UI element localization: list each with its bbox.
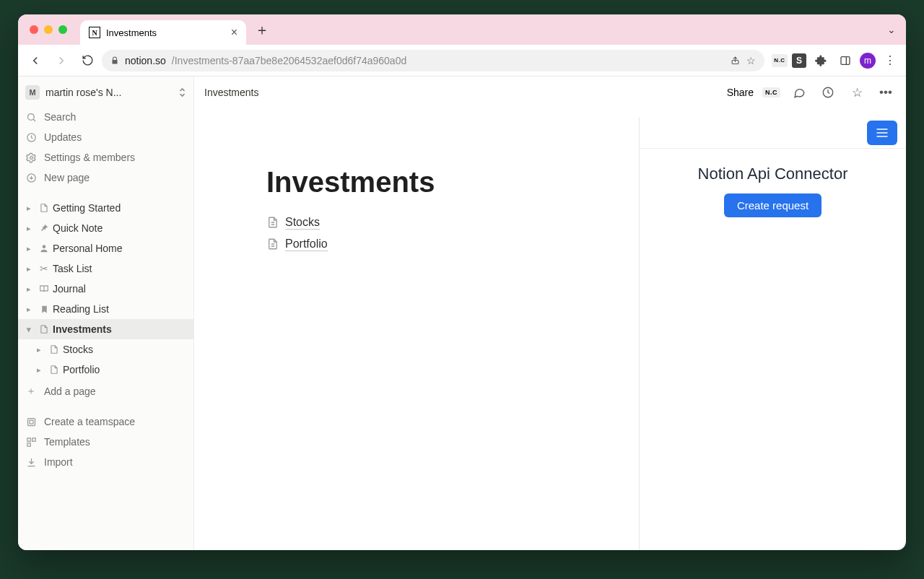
- page-stocks[interactable]: ▸ Stocks: [18, 339, 193, 360]
- subpage-link-stocks[interactable]: Stocks: [266, 212, 639, 233]
- close-tab-icon[interactable]: ×: [231, 26, 237, 39]
- reload-button[interactable]: [76, 49, 99, 72]
- doc-icon: [47, 344, 61, 354]
- svg-rect-10: [32, 437, 35, 440]
- page-label: Quick Note: [53, 222, 189, 234]
- svg-rect-1: [841, 56, 850, 64]
- sidebar-new-page[interactable]: New page: [18, 167, 193, 188]
- teamspace-icon: [25, 416, 37, 427]
- profile-avatar[interactable]: m: [860, 53, 876, 69]
- import[interactable]: Import: [18, 452, 193, 472]
- chevron-right-icon[interactable]: ▸: [32, 365, 45, 375]
- sidebar-bottom: Create a teamspace Templates Import: [18, 412, 193, 472]
- side-panel-icon[interactable]: [835, 51, 855, 71]
- page-task-list[interactable]: ▸ ✂ Task List: [18, 258, 193, 279]
- doc-icon: [37, 203, 51, 213]
- create-request-button[interactable]: Create request: [724, 193, 821, 217]
- share-page-icon[interactable]: [730, 55, 741, 66]
- templates[interactable]: Templates: [18, 432, 193, 452]
- share-button[interactable]: Share: [727, 87, 754, 98]
- nac-badge-icon[interactable]: N.C: [762, 87, 780, 97]
- page-topbar: Investments Share N.C ☆ •••: [194, 77, 906, 108]
- window-controls: [30, 25, 67, 34]
- browser-extensions: N.C S m ⋮: [772, 51, 900, 71]
- page-label: Reading List: [53, 303, 189, 315]
- scissors-icon: ✂: [37, 263, 51, 274]
- page-reading-list[interactable]: ▸ Reading List: [18, 299, 193, 319]
- workspace-switcher[interactable]: M martin rose's N...: [18, 82, 193, 103]
- side-panel: Notion Api Connector Create request: [639, 117, 906, 550]
- history-icon[interactable]: [818, 82, 838, 103]
- bookmark-star-icon[interactable]: ☆: [746, 55, 756, 66]
- chevron-right-icon[interactable]: ▸: [22, 264, 35, 274]
- lock-icon: [110, 56, 119, 65]
- add-a-page[interactable]: ＋ Add a page: [18, 381, 193, 401]
- browser-toolbar: notion.so/Investments-87aa7be8e2064532ae…: [18, 45, 906, 77]
- window-zoom[interactable]: [58, 25, 67, 34]
- breadcrumb[interactable]: Investments: [204, 87, 258, 98]
- comments-icon[interactable]: [789, 82, 809, 103]
- sidebar-item-label: Templates: [44, 436, 90, 448]
- chevron-down-icon[interactable]: ▾: [22, 325, 35, 334]
- sidebar-item-label: New page: [44, 172, 90, 183]
- window-close[interactable]: [30, 25, 38, 34]
- more-menu-icon[interactable]: •••: [876, 82, 896, 103]
- tabs-chevron-icon[interactable]: ⌄: [887, 24, 896, 35]
- plus-icon: ＋: [25, 386, 37, 397]
- page-getting-started[interactable]: ▸ Getting Started: [18, 198, 193, 218]
- workspace-name: martin rose's N...: [45, 87, 173, 98]
- svg-rect-11: [27, 443, 30, 445]
- subpage-label: Portfolio: [285, 238, 328, 251]
- sidebar-item-label: Settings & members: [44, 152, 135, 163]
- extension-s-icon[interactable]: S: [792, 53, 806, 68]
- tab-title: Investments: [106, 27, 225, 38]
- chevron-right-icon[interactable]: ▸: [22, 224, 35, 233]
- svg-rect-9: [27, 437, 30, 440]
- panel-menu-button[interactable]: [867, 121, 897, 145]
- sidebar-settings[interactable]: Settings & members: [18, 147, 193, 167]
- chevron-right-icon[interactable]: ▸: [22, 244, 35, 253]
- favorite-star-icon[interactable]: ☆: [847, 82, 867, 103]
- person-icon: [37, 243, 51, 253]
- page-body: Investments Stocks Portfolio: [194, 108, 639, 550]
- page-personal-home[interactable]: ▸ Personal Home: [18, 238, 193, 258]
- page-title[interactable]: Investments: [266, 166, 639, 199]
- address-bar[interactable]: notion.so/Investments-87aa7be8e2064532ae…: [102, 50, 764, 71]
- svg-rect-8: [30, 420, 33, 424]
- sidebar-search[interactable]: Search: [18, 107, 193, 127]
- new-tab-button[interactable]: ＋: [255, 20, 269, 40]
- extensions-puzzle-icon[interactable]: [811, 51, 831, 71]
- search-icon: [25, 111, 37, 123]
- notion-favicon: N: [89, 27, 100, 38]
- page-label: Journal: [53, 283, 189, 295]
- chevron-right-icon[interactable]: ▸: [22, 284, 35, 294]
- page-investments[interactable]: ▾ Investments: [18, 319, 193, 339]
- subpage-label: Stocks: [285, 216, 320, 230]
- page-quick-note[interactable]: ▸ Quick Note: [18, 218, 193, 238]
- doc-icon: [266, 238, 279, 251]
- plus-circle-icon: [25, 172, 37, 183]
- nac-extension-icon[interactable]: N.C: [772, 54, 788, 67]
- chevron-right-icon[interactable]: ▸: [32, 345, 45, 354]
- clock-icon: [25, 131, 37, 143]
- page-journal[interactable]: ▸ Journal: [18, 279, 193, 299]
- chevron-right-icon[interactable]: ▸: [22, 204, 35, 213]
- create-teamspace[interactable]: Create a teamspace: [18, 412, 193, 432]
- page-portfolio[interactable]: ▸ Portfolio: [18, 360, 193, 380]
- browser-menu-icon[interactable]: ⋮: [880, 51, 900, 71]
- browser-tab-strip: N Investments × ＋ ⌄: [18, 14, 906, 45]
- svg-point-6: [43, 245, 46, 248]
- doc-icon: [47, 365, 61, 375]
- bookmark-icon: [37, 305, 51, 314]
- url-host: notion.so: [125, 55, 166, 66]
- back-button[interactable]: [24, 49, 47, 72]
- updown-icon: [178, 87, 186, 97]
- forward-button[interactable]: [50, 49, 73, 72]
- subpage-link-portfolio[interactable]: Portfolio: [266, 233, 639, 255]
- main-area: Investments Share N.C ☆ ••• Investments …: [194, 77, 906, 550]
- sidebar-updates[interactable]: Updates: [18, 127, 193, 147]
- browser-tab[interactable]: N Investments ×: [80, 20, 246, 45]
- chevron-right-icon[interactable]: ▸: [22, 305, 35, 314]
- window-minimize[interactable]: [44, 25, 53, 34]
- book-open-icon: [37, 284, 51, 294]
